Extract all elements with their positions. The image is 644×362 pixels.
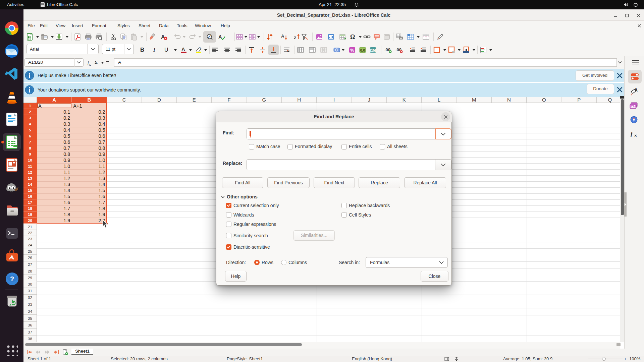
svg-text:z: z xyxy=(294,35,296,40)
svg-text:Ω: Ω xyxy=(350,34,355,40)
svg-text:0.0: 0.0 xyxy=(360,48,365,52)
svg-text:A: A xyxy=(181,46,185,52)
svg-text:|15|: |15| xyxy=(370,48,376,52)
svg-text:A: A xyxy=(281,34,284,39)
svg-text:%: % xyxy=(350,48,354,53)
svg-text:?: ? xyxy=(10,275,14,283)
